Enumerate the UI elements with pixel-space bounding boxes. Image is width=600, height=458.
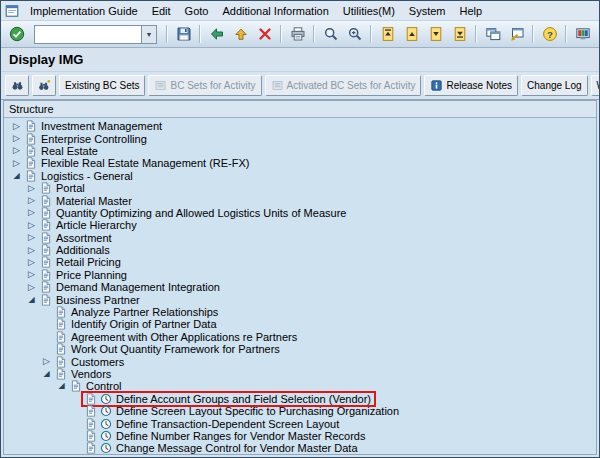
tree-item-logistics-general[interactable]: ◢Logistics - General — [4, 170, 596, 182]
tree-item-label[interactable]: Flexible Real Estate Management (RE-FX) — [38, 157, 249, 169]
find-next-button[interactable] — [343, 23, 366, 46]
collapse-node-icon[interactable]: ◢ — [55, 382, 68, 390]
activated-bc-sets-for-activity-button[interactable]: Activated BC Sets for Activity — [265, 75, 422, 96]
enter-button[interactable] — [5, 23, 28, 46]
new-session-button[interactable] — [481, 23, 504, 46]
activity-icon[interactable] — [98, 405, 113, 417]
tree-item-label[interactable]: Article Hierarchy — [53, 219, 137, 231]
menu-item-help[interactable]: Help — [453, 3, 490, 19]
tree-item-label[interactable]: Material Master — [53, 195, 132, 207]
tree-item-label[interactable]: Portal — [53, 182, 85, 194]
command-field[interactable] — [34, 25, 142, 44]
find-button[interactable] — [319, 23, 342, 46]
where-else-used-button[interactable]: Where Else Used — [591, 75, 599, 96]
tree-item-label[interactable]: Price Planning — [53, 269, 127, 281]
tree-item-quantity-optimizing-and-allowed-logistics-units-of-measure[interactable]: ▷Quantity Optimizing and Allowed Logisti… — [4, 207, 596, 219]
expand-node-icon[interactable]: ▷ — [10, 146, 23, 155]
tree-item-enterprise-controlling[interactable]: ▷Enterprise Controlling — [4, 132, 596, 144]
tree-item-investment-management[interactable]: ▷Investment Management — [4, 120, 596, 132]
create-shortcut-button[interactable] — [505, 23, 528, 46]
expand-node-icon[interactable]: ▷ — [25, 246, 38, 255]
expand-node-icon[interactable]: ▷ — [25, 196, 38, 205]
tree-item-label[interactable]: Additionals — [53, 244, 110, 256]
last-page-button[interactable] — [448, 23, 471, 46]
tree-item-label[interactable]: Define Screen Layout Specific to Purchas… — [113, 405, 399, 417]
customize-button[interactable] — [571, 23, 594, 46]
expand-node-icon[interactable]: ▷ — [25, 258, 38, 267]
expand-node-icon[interactable]: ▷ — [25, 283, 38, 292]
tree-item-article-hierarchy[interactable]: ▷Article Hierarchy — [4, 219, 596, 231]
exit-button[interactable] — [229, 23, 252, 46]
tree-item-label[interactable]: Demand Management Integration — [53, 281, 220, 293]
tree-item-label[interactable]: Define Transaction-Dependent Screen Layo… — [113, 418, 339, 430]
save-button[interactable] — [172, 23, 195, 46]
menu-item-edit[interactable]: Edit — [145, 3, 178, 19]
previous-page-button[interactable] — [400, 23, 423, 46]
tree-item-label[interactable]: Investment Management — [38, 120, 162, 132]
activity-icon[interactable] — [98, 393, 113, 405]
tree-item-label[interactable]: Customers — [68, 356, 124, 368]
command-field-dropdown-icon[interactable]: ▼ — [142, 25, 157, 44]
expand-node-icon[interactable]: ▷ — [10, 134, 23, 143]
find-icon-button[interactable] — [5, 75, 29, 96]
tree-item-label[interactable]: Logistics - General — [38, 170, 133, 182]
collapse-node-icon[interactable]: ◢ — [10, 172, 23, 180]
collapse-node-icon[interactable]: ◢ — [40, 370, 53, 378]
tree-item-label[interactable]: Business Partner — [53, 294, 140, 306]
tree-item-define-account-groups-and-field-selection-vendor[interactable]: Define Account Groups and Field Selectio… — [4, 393, 596, 405]
expand-node-icon[interactable]: ▷ — [25, 221, 38, 230]
menu-item-implementation-guide[interactable]: Implementation Guide — [23, 3, 145, 19]
tree-item-work-out-quantity-framework-for-partners[interactable]: Work Out Quantity Framework for Partners — [4, 343, 596, 355]
tree-item-material-master[interactable]: ▷Material Master — [4, 194, 596, 206]
tree-item-business-partner[interactable]: ◢Business Partner — [4, 293, 596, 305]
tree-item-agreement-with-other-applications-re-partners[interactable]: Agreement with Other Applications re Par… — [4, 331, 596, 343]
cancel-button[interactable] — [253, 23, 276, 46]
help-button[interactable]: ? — [538, 23, 561, 46]
first-page-button[interactable] — [376, 23, 399, 46]
menu-item-utilities-m[interactable]: Utilities(M) — [336, 3, 402, 19]
tree-item-label[interactable]: Vendors — [68, 368, 111, 380]
bc-sets-for-activity-button[interactable]: BC Sets for Activity — [148, 75, 261, 96]
tree-item-define-number-ranges-for-vendor-master-records[interactable]: Define Number Ranges for Vendor Master R… — [4, 430, 596, 442]
tree-item-label[interactable]: Analyze Partner Relationships — [68, 306, 218, 318]
existing-bc-sets-button[interactable]: Existing BC Sets — [59, 75, 145, 96]
tree-item-control[interactable]: ◢Control — [4, 380, 596, 392]
expand-node-icon[interactable]: ▷ — [25, 270, 38, 279]
tree-item-assortment[interactable]: ▷Assortment — [4, 232, 596, 244]
menu-item-system[interactable]: System — [402, 3, 453, 19]
print-button[interactable] — [286, 23, 309, 46]
activity-icon[interactable] — [98, 430, 113, 442]
tree-item-label[interactable]: Enterprise Controlling — [38, 133, 147, 145]
expand-node-icon[interactable]: ▷ — [40, 357, 53, 366]
expand-node-icon[interactable]: ▷ — [10, 159, 23, 168]
expand-node-icon[interactable]: ▷ — [25, 208, 38, 217]
tree-item-vendors[interactable]: ◢Vendors — [4, 368, 596, 380]
tree-item-label[interactable]: Identify Origin of Partner Data — [68, 318, 217, 330]
tree-item-customers[interactable]: ▷Customers — [4, 355, 596, 367]
expand-node-icon[interactable]: ▷ — [25, 233, 38, 242]
tree-item-define-screen-layout-specific-to-purchasing-organization[interactable]: Define Screen Layout Specific to Purchas… — [4, 405, 596, 417]
collapse-node-icon[interactable]: ◢ — [25, 296, 38, 304]
release-notes-button[interactable]: Release Notes — [424, 75, 518, 96]
tree-item-define-transaction-dependent-screen-layout[interactable]: Define Transaction-Dependent Screen Layo… — [4, 417, 596, 429]
expand-node-icon[interactable]: ▷ — [10, 122, 23, 131]
activity-icon[interactable] — [98, 418, 113, 430]
tree-item-retail-pricing[interactable]: ▷Retail Pricing — [4, 256, 596, 268]
tree-item-label[interactable]: Agreement with Other Applications re Par… — [68, 331, 297, 343]
tree-item-analyze-partner-relationships[interactable]: Analyze Partner Relationships — [4, 306, 596, 318]
tree-item-label[interactable]: Assortment — [53, 232, 112, 244]
menu-item-additional-information[interactable]: Additional Information — [215, 3, 335, 19]
tree-item-additionals[interactable]: ▷Additionals — [4, 244, 596, 256]
tree-item-price-planning[interactable]: ▷Price Planning — [4, 269, 596, 281]
tree-item-label[interactable]: Define Number Ranges for Vendor Master R… — [113, 430, 365, 442]
tree-item-change-message-control-for-vendor-master-data[interactable]: Change Message Control for Vendor Master… — [4, 442, 596, 454]
tree-item-label[interactable]: Work Out Quantity Framework for Partners — [68, 343, 280, 355]
expand-node-icon[interactable]: ▷ — [25, 184, 38, 193]
tree-item-label[interactable]: Retail Pricing — [53, 256, 121, 268]
back-button[interactable] — [205, 23, 228, 46]
activity-icon[interactable] — [98, 442, 113, 454]
tree-item-label[interactable]: Quantity Optimizing and Allowed Logistic… — [53, 207, 346, 219]
tree-item-identify-origin-of-partner-data[interactable]: Identify Origin of Partner Data — [4, 318, 596, 330]
tree-item-label[interactable]: Define Account Groups and Field Selectio… — [113, 393, 371, 405]
tree-item-portal[interactable]: ▷Portal — [4, 182, 596, 194]
